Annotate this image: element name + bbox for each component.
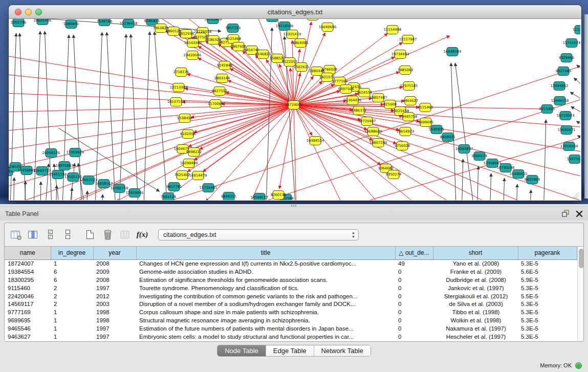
create-column-icon[interactable]	[84, 229, 96, 240]
graph-node[interactable]: 16380915	[510, 170, 528, 179]
table-row[interactable]: 946362711997Embryonic stem cells: a mode…	[5, 333, 577, 341]
graph-node[interactable]: 1167551	[567, 155, 580, 164]
graph-node[interactable]: 19975887	[56, 162, 74, 170]
graph-node[interactable]: 8427552	[212, 87, 227, 96]
graph-node[interactable]: 12444158	[551, 97, 569, 105]
graph-node[interactable]: 6497568	[338, 85, 354, 94]
tab-node-table[interactable]: Node Table	[217, 345, 266, 356]
column-header-short[interactable]: short	[433, 247, 518, 259]
graph-node[interactable]: 2718176	[173, 68, 189, 77]
graph-node[interactable]: 9329966	[559, 54, 574, 62]
graph-node[interactable]: 9857791	[166, 183, 182, 191]
graph-node[interactable]: 8912934	[179, 30, 194, 38]
graph-node[interactable]: 16099489	[180, 159, 198, 168]
deselect-all-icon[interactable]: ..	[62, 229, 73, 240]
graph-node[interactable]: 12213383	[170, 83, 188, 92]
table-row[interactable]: 1456911722003Disruption of a novel membe…	[5, 300, 577, 308]
graph-node[interactable]: 1562615	[294, 63, 309, 72]
graph-node[interactable]: 17016504	[560, 142, 578, 151]
column-header-out_de[interactable]: △ out_de...	[395, 247, 433, 259]
graph-node[interactable]: 1864093	[293, 39, 308, 48]
graph-node[interactable]: 9350274	[386, 170, 401, 179]
network-canvas[interactable]: 1055736206914061380835753976815236418858…	[9, 19, 580, 200]
graph-node[interactable]: 7583124	[161, 193, 176, 201]
graph-node[interactable]: 11154498	[384, 26, 402, 34]
graph-node[interactable]: 10807487	[369, 94, 387, 102]
graph-node[interactable]: 9756028	[395, 142, 410, 150]
graph-node[interactable]: 15692971	[558, 126, 576, 135]
graph-node[interactable]: 9115460	[418, 103, 433, 112]
graph-node[interactable]: 20691406	[34, 19, 52, 25]
column-header-pagerank[interactable]: pagerank	[518, 247, 577, 259]
graph-node[interactable]: 10688609	[364, 127, 382, 136]
graph-node[interactable]: 16914479	[189, 171, 207, 180]
graph-node[interactable]: 821608	[383, 100, 397, 109]
graph-node[interactable]: 1112984	[573, 26, 580, 34]
graph-node[interactable]: 1640935	[429, 125, 444, 134]
graph-node[interactable]: 11255438	[304, 19, 322, 20]
graph-node[interactable]: 8215955	[539, 105, 555, 114]
panel-split-divider[interactable]	[0, 204, 588, 207]
graph-node[interactable]: 9834215	[221, 192, 236, 201]
graph-node[interactable]: 9102058	[180, 130, 195, 139]
table-row[interactable]: 911546021997Tourette syndrome. Phenomeno…	[5, 284, 577, 292]
table-selector-dropdown[interactable]: citations_edges.txt ▲▼	[158, 229, 359, 240]
graph-node[interactable]: 18107554	[167, 98, 185, 106]
graph-node[interactable]: 15236418	[120, 19, 138, 28]
graph-node[interactable]: 15716485	[200, 184, 217, 192]
table-mode-icon[interactable]	[10, 229, 21, 240]
graph-node[interactable]: 7857223	[225, 24, 241, 33]
graph-node[interactable]: 16210643	[557, 112, 575, 120]
graph-node[interactable]: 2386372	[351, 106, 366, 115]
graph-node[interactable]: 9146821	[255, 50, 271, 59]
graph-node[interactable]: 19654923	[397, 127, 415, 136]
column-header-in_degree[interactable]: in_degree	[51, 247, 93, 259]
graph-node[interactable]: 12975185	[400, 82, 418, 91]
graph-node[interactable]: 14569117	[251, 193, 269, 201]
table-row[interactable]: 1938455462009Genome-wide association stu…	[5, 268, 577, 276]
float-panel-icon[interactable]	[562, 210, 570, 217]
minimize-window-button[interactable]	[25, 9, 32, 15]
graph-node[interactable]: 16053809	[204, 19, 222, 24]
show-column-icon[interactable]	[27, 229, 38, 240]
graph-node[interactable]: 8813054	[265, 19, 280, 22]
graph-node[interactable]: 16640696	[319, 23, 337, 32]
graph-node[interactable]: 8938921	[440, 133, 455, 142]
node-attribute-table[interactable]: namein_degreeyeartitle△ out_de...shortpa…	[5, 247, 577, 341]
graph-node[interactable]: 12325419	[284, 30, 301, 39]
column-header-year[interactable]: year	[93, 247, 136, 259]
window-resize-grip[interactable]	[572, 192, 579, 199]
zoom-window-button[interactable]	[35, 9, 42, 15]
tab-network-table[interactable]: Network Table	[314, 345, 371, 356]
close-window-button[interactable]	[15, 9, 21, 15]
delete-column-icon[interactable]	[102, 229, 113, 240]
graph-node[interactable]: 19384554	[307, 137, 324, 145]
graph-node[interactable]: 9699695	[418, 118, 433, 127]
graph-node[interactable]: 9560274	[472, 152, 487, 161]
graph-node[interactable]: 21364436	[344, 96, 362, 105]
graph-node[interactable]: 15751074	[563, 39, 580, 48]
table-scrollbar[interactable]	[577, 247, 584, 341]
graph-node[interactable]: 2803144	[214, 74, 230, 83]
table-row[interactable]: 977716911998Corpus callosum shape and si…	[5, 308, 577, 316]
network-view-window[interactable]: citations_edges.txt 10557362069140613808…	[9, 5, 581, 201]
graph-node[interactable]: 7485063	[398, 66, 413, 75]
graph-node[interactable]: 1538454	[177, 114, 192, 123]
graph-node[interactable]: 12923446	[126, 189, 144, 198]
table-scrollbar-thumb[interactable]	[579, 249, 584, 268]
graph-node[interactable]: 9921904	[525, 176, 540, 184]
tab-edge-table[interactable]: Edge Table	[266, 345, 314, 356]
graph-node[interactable]: 8260136	[271, 191, 286, 200]
select-all-icon[interactable]: ✓✓	[45, 229, 56, 240]
graph-node[interactable]: 7625402	[175, 171, 190, 180]
graph-node[interactable]: 7539768	[97, 19, 112, 26]
graph-node[interactable]: 17359924	[67, 148, 84, 157]
graph-node[interactable]: 1380835	[63, 20, 79, 29]
graph-node[interactable]: 9463627	[403, 97, 418, 105]
table-row[interactable]: 1830029562008Estimation of significance …	[5, 276, 577, 284]
graph-node[interactable]: 9242848	[217, 61, 232, 70]
graph-node[interactable]: 20206576	[42, 149, 60, 158]
memory-status-indicator[interactable]	[575, 362, 582, 369]
graph-node[interactable]: 9498222	[186, 148, 202, 157]
graph-node[interactable]: 1170064	[208, 100, 223, 108]
